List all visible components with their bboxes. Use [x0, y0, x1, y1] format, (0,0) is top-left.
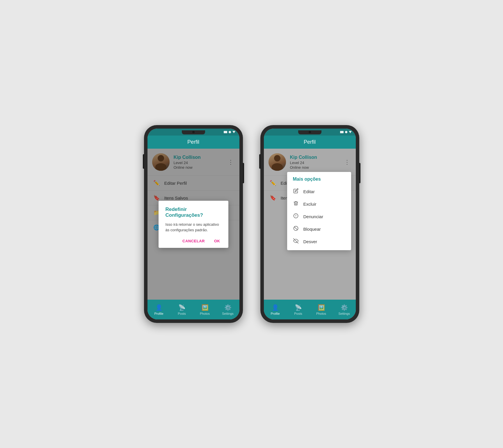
- camera-dot-2: [309, 131, 311, 133]
- top-bar-1: Perfil: [147, 136, 239, 149]
- reset-dialog: Redefinir Configurações? Isso irá retorn…: [159, 201, 228, 248]
- signal-icon: [232, 131, 235, 133]
- app-content-2: Kip Collison Level 24 Online now ⋮ ✏️ Ed…: [264, 149, 356, 300]
- battery-icon: [224, 131, 227, 133]
- nav-label-settings-2: Settings: [338, 312, 350, 315]
- phone-screen-1: Perfil Kip Collison Level 24 Online now …: [147, 129, 239, 319]
- cancel-button[interactable]: CANCELAR: [181, 238, 206, 244]
- settings-nav-icon-1: ⚙️: [224, 304, 232, 311]
- nav-label-profile-1: Profile: [154, 312, 163, 315]
- bottom-nav-1: 👤 Profile 📡 Posts 🖼️ Photos ⚙️ Settings: [147, 300, 239, 319]
- nav-item-profile-2[interactable]: 👤 Profile: [264, 300, 287, 319]
- popup-alert-icon: [293, 213, 299, 220]
- settings-nav-icon-2: ⚙️: [341, 304, 348, 311]
- nav-label-photos-2: Photos: [316, 312, 326, 315]
- popup-menu: Mais opções Editar: [287, 172, 351, 250]
- signal-icon-2: [349, 131, 352, 133]
- popup-item-report[interactable]: Denunciar: [287, 210, 351, 223]
- popup-edit-icon: [293, 188, 299, 195]
- popup-label-hide: Desver: [303, 239, 317, 244]
- nav-label-settings-1: Settings: [222, 312, 234, 315]
- popup-block-icon: [293, 226, 299, 232]
- photos-nav-icon-1: 🖼️: [201, 304, 209, 311]
- phone-2: Perfil Kip Collison Level 24 Online now …: [260, 125, 359, 323]
- wifi-icon: [229, 131, 231, 133]
- dialog-body: Isso irá retornar o seu aplicativo às co…: [166, 222, 221, 233]
- nav-item-profile-1[interactable]: 👤 Profile: [147, 300, 170, 319]
- popup-item-edit[interactable]: Editar: [287, 185, 351, 198]
- page-title-1: Perfil: [187, 139, 199, 145]
- ok-button[interactable]: OK: [213, 238, 221, 244]
- popup-item-hide[interactable]: Desver: [287, 235, 351, 248]
- popup-label-block: Bloquear: [303, 227, 321, 232]
- top-bar-2: Perfil: [264, 136, 356, 149]
- dialog-actions: CANCELAR OK: [166, 238, 221, 244]
- nav-item-posts-2[interactable]: 📡 Posts: [287, 300, 310, 319]
- nav-label-profile-2: Profile: [271, 312, 280, 315]
- nav-item-photos-2[interactable]: 🖼️ Photos: [310, 300, 333, 319]
- page-title-2: Perfil: [304, 139, 316, 145]
- nav-item-photos-1[interactable]: 🖼️ Photos: [193, 300, 216, 319]
- posts-nav-icon-1: 📡: [178, 304, 186, 311]
- bottom-nav-2: 👤 Profile 📡 Posts 🖼️ Photos ⚙️ Settings: [264, 300, 356, 319]
- camera-dot-1: [192, 131, 195, 133]
- popup-item-block[interactable]: Bloquear: [287, 223, 351, 235]
- app-content-1: Kip Collison Level 24 Online now ⋮ ✏️ Ed…: [147, 149, 239, 300]
- wifi-icon-2: [345, 131, 347, 133]
- posts-nav-icon-2: 📡: [295, 304, 302, 311]
- profile-nav-icon-2: 👤: [272, 304, 279, 311]
- nav-item-posts-1[interactable]: 📡 Posts: [170, 300, 193, 319]
- status-icons-1: [224, 131, 235, 133]
- popup-label-report: Denunciar: [303, 214, 323, 219]
- popup-label-delete: Excluir: [303, 202, 317, 207]
- status-icons-2: [340, 131, 352, 133]
- popup-hide-icon: [293, 238, 299, 245]
- svg-line-4: [294, 227, 297, 230]
- nav-label-posts-2: Posts: [294, 312, 302, 315]
- photos-nav-icon-2: 🖼️: [318, 304, 325, 311]
- popup-item-delete[interactable]: Excluir: [287, 198, 351, 210]
- nav-item-settings-2[interactable]: ⚙️ Settings: [333, 300, 356, 319]
- battery-icon-2: [340, 131, 344, 133]
- popup-label-edit: Editar: [303, 189, 315, 194]
- dialog-title: Redefinir Configurações?: [166, 207, 221, 218]
- nav-item-settings-1[interactable]: ⚙️ Settings: [216, 300, 239, 319]
- popup-trash-icon: [293, 201, 299, 207]
- dialog-overlay-1: Redefinir Configurações? Isso irá retorn…: [147, 149, 239, 300]
- nav-label-photos-1: Photos: [200, 312, 210, 315]
- nav-label-posts-1: Posts: [178, 312, 186, 315]
- profile-nav-icon-1: 👤: [155, 304, 163, 311]
- popup-menu-title: Mais opções: [287, 177, 351, 185]
- phone-screen-2: Perfil Kip Collison Level 24 Online now …: [264, 129, 356, 319]
- phone-1: Perfil Kip Collison Level 24 Online now …: [144, 125, 243, 323]
